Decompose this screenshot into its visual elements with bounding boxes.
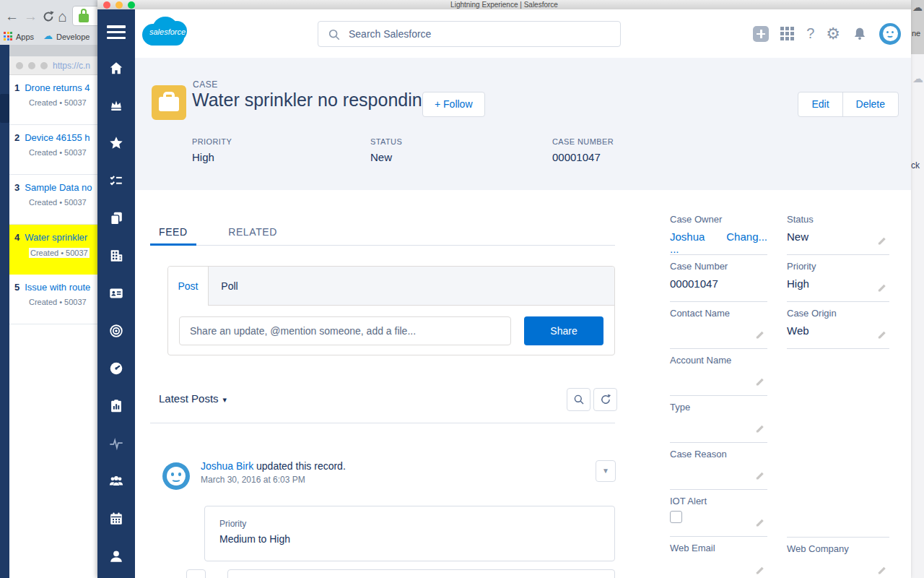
- report-clipboard-icon[interactable]: [108, 397, 125, 415]
- edit-pencil-icon[interactable]: [756, 470, 766, 480]
- feed-author-avatar: [162, 462, 190, 490]
- item-link[interactable]: Device 46155 h: [25, 132, 90, 143]
- field-account-name: Account Name: [670, 349, 767, 396]
- field-web-email: Web Email: [670, 537, 767, 578]
- forward-icon[interactable]: →: [24, 9, 38, 25]
- cloud-icon: ☁: [912, 1, 923, 13]
- calendar-icon[interactable]: [108, 510, 125, 527]
- contact-card-icon[interactable]: [108, 285, 125, 302]
- zoom-window-button[interactable]: [128, 1, 135, 9]
- bookmark-developer[interactable]: Develope: [56, 33, 90, 41]
- menu-icon[interactable]: [107, 25, 126, 39]
- home-icon[interactable]: ⌂: [58, 9, 67, 25]
- text-fragment: ck: [911, 160, 920, 171]
- post-input[interactable]: [179, 316, 511, 345]
- people-icon[interactable]: [108, 473, 125, 490]
- tab-poll[interactable]: Poll: [209, 267, 250, 306]
- feed-search-button[interactable]: [567, 388, 590, 411]
- field-contact-name: Contact Name: [670, 302, 767, 349]
- window-dot[interactable]: [16, 62, 23, 69]
- edit-pencil-icon[interactable]: [878, 282, 888, 293]
- target-icon[interactable]: [108, 322, 125, 340]
- gear-icon[interactable]: ⚙: [826, 26, 840, 42]
- divider: [150, 423, 615, 423]
- edit-button[interactable]: Edit: [798, 92, 842, 116]
- search-input[interactable]: [349, 22, 609, 46]
- feed-refresh-button[interactable]: [593, 388, 617, 411]
- developer-cloud-icon: ☁: [43, 30, 53, 41]
- item-sub: Created • 50037: [29, 248, 90, 258]
- back-icon[interactable]: ←: [5, 9, 19, 25]
- change-owner-link[interactable]: Chang...: [726, 230, 767, 255]
- window-dot[interactable]: [40, 62, 48, 69]
- star-icon[interactable]: [108, 134, 125, 152]
- case-list: 1Drone returns 4 Created • 50037 2Device…: [9, 75, 97, 324]
- field-status: Status New: [787, 208, 889, 255]
- list-item[interactable]: 2Device 46155 h Created • 50037: [9, 125, 97, 175]
- like-button[interactable]: [186, 569, 206, 578]
- edit-pencil-icon[interactable]: [756, 329, 766, 340]
- user-avatar[interactable]: [879, 23, 901, 45]
- tab-post[interactable]: Post: [168, 267, 209, 306]
- item-link[interactable]: Issue with route: [25, 282, 90, 293]
- feed-item-menu-button[interactable]: ▼: [596, 460, 616, 482]
- copy-pages-icon[interactable]: [108, 210, 125, 227]
- tab-feed[interactable]: FEED: [150, 219, 196, 246]
- feed-filter-dropdown[interactable]: Latest Posts▾: [159, 392, 227, 405]
- list-item-highlighted[interactable]: 4Water sprinkler Created • 50037: [9, 225, 97, 275]
- list-item[interactable]: 5Issue with route Created • 50037: [9, 275, 97, 324]
- apps-grid-icon[interactable]: [4, 32, 13, 41]
- search-icon: [328, 28, 341, 41]
- help-icon[interactable]: ?: [806, 25, 814, 42]
- item-number: 1: [14, 82, 19, 93]
- edit-pencil-icon[interactable]: [756, 423, 766, 434]
- crown-icon[interactable]: [108, 97, 125, 114]
- field-iot-alert: IOT Alert: [670, 490, 767, 537]
- item-number: 4: [14, 232, 19, 243]
- comment-input[interactable]: [227, 569, 615, 578]
- checklist-icon[interactable]: [108, 172, 125, 189]
- scroll-thumb[interactable]: [0, 94, 9, 123]
- item-number: 2: [14, 132, 19, 143]
- author-link[interactable]: Joshua Birk: [201, 460, 253, 472]
- item-link[interactable]: Drone returns 4: [25, 82, 90, 93]
- list-item[interactable]: 1Drone returns 4 Created • 50037: [9, 75, 97, 125]
- window-dot[interactable]: [28, 62, 35, 69]
- salesforce-logo: salesforce: [141, 15, 188, 50]
- edit-pencil-icon[interactable]: [878, 235, 888, 246]
- field-priority: Priority High: [787, 255, 889, 302]
- mini-window-titlebar: https://c.n: [9, 56, 97, 75]
- owner-link[interactable]: Joshua ...: [670, 230, 715, 255]
- follow-button[interactable]: + Follow: [422, 92, 485, 117]
- delete-button[interactable]: Delete: [842, 92, 898, 116]
- close-window-button[interactable]: [103, 1, 110, 9]
- edit-pencil-icon[interactable]: [756, 564, 766, 575]
- minimize-window-button[interactable]: [116, 1, 123, 9]
- global-search[interactable]: [318, 21, 621, 47]
- item-link[interactable]: Water sprinkler: [25, 232, 87, 243]
- add-icon[interactable]: [753, 26, 769, 42]
- edit-pencil-icon[interactable]: [756, 517, 766, 527]
- building-icon[interactable]: [108, 247, 125, 264]
- bookmark-apps[interactable]: Apps: [16, 33, 34, 41]
- highlight-priority: PRIORITY High: [192, 137, 232, 163]
- home-icon[interactable]: [108, 59, 125, 77]
- edit-pencil-icon[interactable]: [878, 329, 888, 340]
- gauge-icon[interactable]: [108, 360, 125, 377]
- share-button[interactable]: Share: [524, 316, 603, 345]
- pulse-icon[interactable]: [108, 435, 125, 452]
- iot-alert-checkbox[interactable]: [670, 511, 682, 523]
- list-item[interactable]: 3Sample Data no Created • 50037: [9, 175, 97, 225]
- reload-icon[interactable]: [42, 10, 55, 23]
- window-titlebar: Lightning Experience | Salesforce: [97, 0, 911, 9]
- screen: ← → ⌂ Apps ☁ Develope: [0, 0, 924, 578]
- edit-pencil-icon[interactable]: [878, 564, 888, 575]
- app-launcher-icon[interactable]: [780, 27, 795, 41]
- item-link[interactable]: Sample Data no: [25, 182, 92, 193]
- edit-pencil-icon[interactable]: [756, 376, 766, 387]
- bell-icon[interactable]: [852, 26, 868, 42]
- tab-related[interactable]: RELATED: [219, 219, 286, 243]
- person-icon[interactable]: [108, 548, 125, 565]
- address-bar[interactable]: [72, 6, 101, 26]
- entity-label: CASE: [193, 79, 218, 90]
